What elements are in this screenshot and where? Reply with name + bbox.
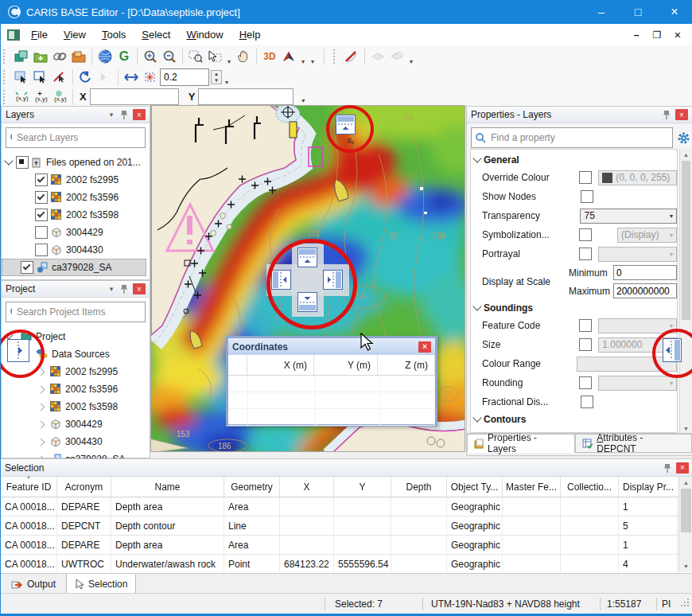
layer-sheets-icon[interactable]	[387, 48, 406, 65]
menu-help[interactable]: Help	[231, 25, 269, 44]
deselect-icon[interactable]	[50, 68, 69, 86]
tab-output[interactable]: Output	[2, 574, 64, 594]
section-chevron-icon[interactable]	[472, 302, 481, 310]
status-crs[interactable]: UTM-19N-Nad83 + NAVD88 height	[423, 598, 600, 610]
tree-row-proj-fs3598[interactable]: 2002 fs3598	[2, 398, 150, 415]
coordinates-close-icon[interactable]: ×	[418, 341, 431, 353]
menu-view[interactable]: View	[56, 25, 94, 44]
pan-hand-icon[interactable]	[234, 48, 253, 65]
zoom-area-icon[interactable]	[186, 48, 205, 65]
tree-row-fs3596[interactable]: 2002 fs3596	[2, 189, 150, 206]
coordinates-titlebar[interactable]: Coordinates ×	[228, 338, 435, 355]
previous-view-icon[interactable]	[76, 68, 95, 86]
next-view-icon[interactable]	[95, 68, 115, 86]
window-close-button[interactable]: ×	[656, 0, 692, 24]
tree-row-files-opened[interactable]: Files opened on 201...	[2, 154, 150, 171]
tree-row-proj-fs2995[interactable]: 2002 fs2995	[2, 363, 150, 380]
feature-code-checkbox[interactable]	[579, 319, 592, 332]
toolbar2-overflow[interactable]: ▾	[222, 79, 231, 88]
collapse-left-button[interactable]	[7, 339, 29, 362]
col-object-type[interactable]: Object Ty...	[447, 477, 503, 497]
menu-select[interactable]: Select	[134, 25, 178, 44]
fs3596-checkbox[interactable]	[35, 191, 48, 204]
tab-attributes-depcnt[interactable]: Attributes - DEPCNT	[575, 434, 692, 453]
collapsed-chevron-icon[interactable]	[37, 385, 45, 393]
google-earth-icon[interactable]: G	[115, 48, 134, 65]
project-pin-icon[interactable]	[118, 283, 130, 295]
coordinates-window[interactable]: Coordinates × X (m) Y (m) Z (m)	[226, 336, 437, 427]
select-rect2-icon[interactable]	[31, 68, 50, 86]
col-master-feature[interactable]: Master Fe...	[503, 477, 561, 497]
view-3d-icon[interactable]: 3D	[260, 48, 279, 65]
import-folder-icon[interactable]	[69, 48, 88, 65]
child-close-button[interactable]: ×	[667, 27, 688, 43]
open-folder-icon[interactable]	[31, 48, 50, 65]
toolbar3-drag-handle[interactable]	[3, 90, 10, 104]
project-search[interactable]	[6, 302, 146, 322]
layer-sheet-icon[interactable]	[368, 48, 387, 65]
rounding-checkbox[interactable]	[579, 376, 592, 389]
window-minimize-button[interactable]: –	[583, 0, 620, 24]
toolbar3-overflow[interactable]: ▾	[298, 97, 308, 106]
toolbar1b-overflow[interactable]: ▾	[406, 58, 416, 67]
col-collection[interactable]: Collectio...	[561, 477, 619, 497]
mdi-document-icon[interactable]	[7, 29, 20, 41]
collapsed-chevron-icon[interactable]	[37, 438, 45, 446]
tree-row-3004430[interactable]: 3004430	[2, 241, 150, 259]
col-x[interactable]: X	[280, 477, 334, 497]
toolbar-drag-handle2[interactable]	[333, 49, 340, 64]
selection-scrollbar[interactable]: ▲ ▼	[678, 477, 692, 572]
north-arrow-icon[interactable]	[279, 48, 298, 65]
collapsed-chevron-icon[interactable]	[37, 403, 45, 411]
tree-row-3004429[interactable]: 3004429	[2, 224, 150, 241]
expand-chevron-icon[interactable]	[4, 156, 13, 165]
override-colour-checkbox[interactable]	[579, 171, 592, 184]
toolbar2-drag-handle[interactable]	[3, 70, 10, 84]
table-row[interactable]: CA 00018...UWTROC Underwater/awash rockP…	[1, 555, 692, 574]
symbolization-checkbox[interactable]	[579, 228, 592, 241]
child-restore-button[interactable]: ❐	[647, 27, 667, 43]
tree-row-ca379028-selected[interactable]: ca379028_SA	[2, 259, 146, 276]
layers-close-icon[interactable]: ×	[133, 109, 146, 120]
col-display-priority[interactable]: Display Pr...	[619, 477, 678, 497]
property-search[interactable]	[471, 127, 673, 148]
select-tool-dropdown[interactable]: ▾	[224, 58, 234, 67]
scroll-up-icon[interactable]: ▲	[680, 149, 692, 161]
layers-search[interactable]	[6, 127, 146, 148]
property-search-input[interactable]	[489, 131, 669, 144]
minimum-scale-input[interactable]	[613, 265, 677, 280]
tab-selection[interactable]: Selection	[66, 574, 136, 594]
section-chevron-icon[interactable]	[472, 154, 481, 162]
zoom-out-icon[interactable]	[160, 48, 179, 65]
gear-icon[interactable]	[675, 131, 692, 145]
navpad-right-button[interactable]	[323, 270, 343, 290]
col-depth[interactable]: Depth	[391, 477, 447, 497]
expand-chevron-icon[interactable]	[4, 330, 13, 339]
globe-icon[interactable]	[95, 48, 115, 65]
section-contours[interactable]: Contours	[471, 411, 677, 427]
properties-close-icon[interactable]: ×	[675, 109, 688, 120]
col-y[interactable]: Y	[334, 477, 391, 497]
bearing-tool-icon[interactable]	[342, 48, 361, 65]
col-feature-id[interactable]: ▲ Feature ID	[1, 477, 57, 497]
tolerance-stepper[interactable]: ▲ ▼	[211, 70, 222, 84]
section-chevron-icon[interactable]	[472, 413, 481, 422]
scrollbar-thumb[interactable]	[682, 161, 690, 320]
layers-menu-icon[interactable]: ▾	[105, 109, 118, 121]
collapsed-chevron-icon[interactable]	[37, 420, 45, 428]
north-arrow-dropdown[interactable]: ▾	[298, 58, 308, 67]
collapse-top-button[interactable]	[336, 115, 356, 135]
section-soundings[interactable]: Soundings	[471, 300, 677, 316]
navpad-down-button[interactable]	[297, 292, 317, 312]
y-coord-field[interactable]	[198, 88, 294, 105]
scrollbar-thumb[interactable]	[681, 489, 691, 532]
tab-properties-layers[interactable]: Properties - Layers	[467, 434, 575, 453]
properties-pin-icon[interactable]	[660, 109, 673, 121]
window-maximize-button[interactable]: □	[620, 0, 656, 24]
fit-width-icon[interactable]	[122, 68, 141, 86]
override-colour-value[interactable]: (0, 0, 0, 255)	[598, 170, 677, 185]
menu-tools[interactable]: Tools	[94, 25, 134, 44]
flash-selection-icon[interactable]	[141, 68, 160, 86]
status-scale[interactable]: 1:55187	[601, 598, 656, 610]
rounding-combo[interactable]: ▾	[598, 376, 677, 391]
